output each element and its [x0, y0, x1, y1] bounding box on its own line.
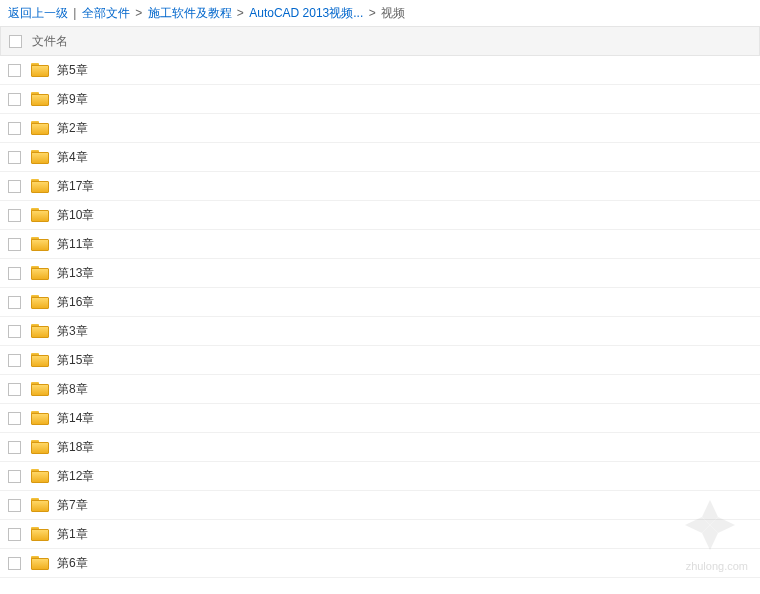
file-row[interactable]: 第4章 — [0, 143, 760, 172]
folder-icon — [31, 527, 49, 541]
breadcrumb-link-1[interactable]: 施工软件及教程 — [148, 6, 232, 20]
row-checkbox[interactable] — [8, 296, 21, 309]
folder-icon — [31, 266, 49, 280]
file-name[interactable]: 第18章 — [57, 439, 94, 456]
breadcrumb-link-0[interactable]: 全部文件 — [82, 6, 130, 20]
folder-icon — [31, 237, 49, 251]
folder-icon — [31, 556, 49, 570]
column-filename[interactable]: 文件名 — [32, 33, 68, 50]
list-header: 文件名 — [0, 26, 760, 56]
row-checkbox[interactable] — [8, 557, 21, 570]
file-name[interactable]: 第15章 — [57, 352, 94, 369]
file-row[interactable]: 第9章 — [0, 85, 760, 114]
breadcrumb-divider: | — [73, 6, 76, 20]
file-name[interactable]: 第10章 — [57, 207, 94, 224]
file-row[interactable]: 第6章 — [0, 549, 760, 578]
file-row[interactable]: 第1章 — [0, 520, 760, 549]
file-row[interactable]: 第2章 — [0, 114, 760, 143]
row-checkbox[interactable] — [8, 325, 21, 338]
file-name[interactable]: 第13章 — [57, 265, 94, 282]
file-name[interactable]: 第12章 — [57, 468, 94, 485]
folder-icon — [31, 353, 49, 367]
file-name[interactable]: 第8章 — [57, 381, 88, 398]
file-row[interactable]: 第7章 — [0, 491, 760, 520]
file-row[interactable]: 第15章 — [0, 346, 760, 375]
row-checkbox[interactable] — [8, 93, 21, 106]
row-checkbox[interactable] — [8, 209, 21, 222]
folder-icon — [31, 92, 49, 106]
file-row[interactable]: 第3章 — [0, 317, 760, 346]
file-row[interactable]: 第10章 — [0, 201, 760, 230]
file-row[interactable]: 第11章 — [0, 230, 760, 259]
file-row[interactable]: 第14章 — [0, 404, 760, 433]
row-checkbox[interactable] — [8, 122, 21, 135]
file-name[interactable]: 第17章 — [57, 178, 94, 195]
folder-icon — [31, 179, 49, 193]
file-row[interactable]: 第8章 — [0, 375, 760, 404]
folder-icon — [31, 295, 49, 309]
row-checkbox[interactable] — [8, 180, 21, 193]
file-row[interactable]: 第13章 — [0, 259, 760, 288]
file-list: 第5章第9章第2章第4章第17章第10章第11章第13章第16章第3章第15章第… — [0, 56, 760, 578]
select-all-checkbox[interactable] — [9, 35, 22, 48]
folder-icon — [31, 63, 49, 77]
file-row[interactable]: 第17章 — [0, 172, 760, 201]
folder-icon — [31, 150, 49, 164]
row-checkbox[interactable] — [8, 151, 21, 164]
row-checkbox[interactable] — [8, 64, 21, 77]
file-name[interactable]: 第1章 — [57, 526, 88, 543]
file-name[interactable]: 第3章 — [57, 323, 88, 340]
breadcrumb-current: 视频 — [381, 6, 405, 20]
row-checkbox[interactable] — [8, 499, 21, 512]
row-checkbox[interactable] — [8, 383, 21, 396]
file-name[interactable]: 第6章 — [57, 555, 88, 572]
file-row[interactable]: 第16章 — [0, 288, 760, 317]
row-checkbox[interactable] — [8, 470, 21, 483]
breadcrumb-sep: > — [237, 6, 244, 20]
folder-icon — [31, 469, 49, 483]
row-checkbox[interactable] — [8, 238, 21, 251]
folder-icon — [31, 208, 49, 222]
folder-icon — [31, 324, 49, 338]
folder-icon — [31, 440, 49, 454]
breadcrumb-back-link[interactable]: 返回上一级 — [8, 6, 68, 20]
file-name[interactable]: 第4章 — [57, 149, 88, 166]
file-row[interactable]: 第12章 — [0, 462, 760, 491]
file-row[interactable]: 第5章 — [0, 56, 760, 85]
folder-icon — [31, 411, 49, 425]
folder-icon — [31, 498, 49, 512]
file-name[interactable]: 第2章 — [57, 120, 88, 137]
folder-icon — [31, 382, 49, 396]
row-checkbox[interactable] — [8, 267, 21, 280]
breadcrumb-link-2[interactable]: AutoCAD 2013视频... — [249, 6, 363, 20]
file-name[interactable]: 第16章 — [57, 294, 94, 311]
folder-icon — [31, 121, 49, 135]
row-checkbox[interactable] — [8, 354, 21, 367]
file-name[interactable]: 第7章 — [57, 497, 88, 514]
file-name[interactable]: 第14章 — [57, 410, 94, 427]
file-name[interactable]: 第5章 — [57, 62, 88, 79]
row-checkbox[interactable] — [8, 441, 21, 454]
row-checkbox[interactable] — [8, 528, 21, 541]
row-checkbox[interactable] — [8, 412, 21, 425]
file-name[interactable]: 第9章 — [57, 91, 88, 108]
breadcrumb-sep: > — [369, 6, 376, 20]
breadcrumb: 返回上一级 | 全部文件 > 施工软件及教程 > AutoCAD 2013视频.… — [0, 0, 760, 26]
breadcrumb-sep: > — [135, 6, 142, 20]
file-name[interactable]: 第11章 — [57, 236, 94, 253]
file-row[interactable]: 第18章 — [0, 433, 760, 462]
